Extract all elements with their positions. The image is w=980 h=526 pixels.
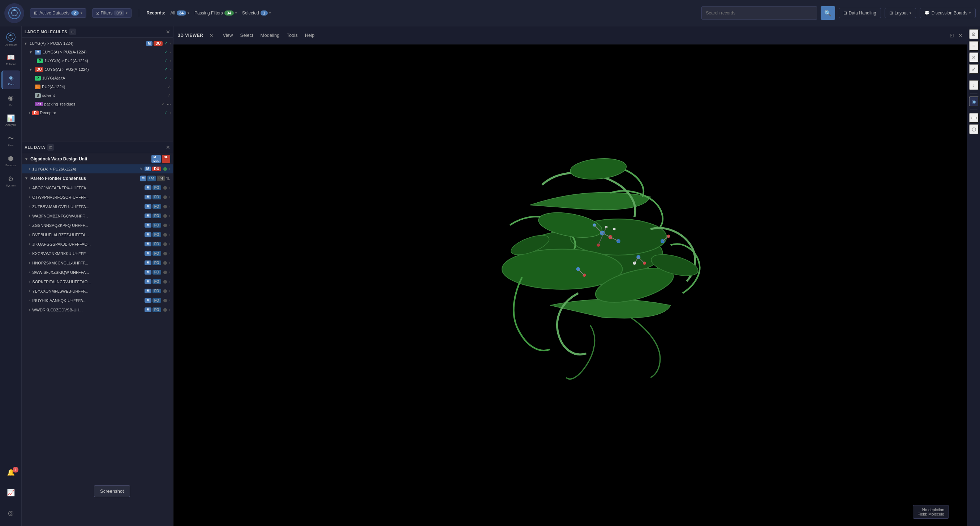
- group-header-pareto[interactable]: ▼ Pareto Frontier Consensus M FQ FQ ⇅: [22, 174, 173, 183]
- rt-measure-btn[interactable]: ⟷: [969, 113, 979, 123]
- rt-graph-btn[interactable]: ⬡: [969, 124, 979, 134]
- tree-row[interactable]: S solvent ✓: [22, 91, 173, 100]
- row-tags: M FO: [145, 242, 161, 246]
- data-row-pareto-6[interactable]: › DVEBHUFLALRZEZ-UHFFFA... M FO ›: [22, 230, 173, 240]
- row-chevron-icon: ›: [29, 261, 30, 265]
- sidebar-item-openeye[interactable]: OpenEye: [2, 30, 20, 49]
- records-section: Records: All 34 ▾ Passing Filters 34 ▾ S…: [146, 11, 270, 16]
- row-chevron-icon: ›: [29, 167, 30, 171]
- all-chevron-icon: ▾: [188, 11, 189, 15]
- large-molecules-close-btn[interactable]: ✕: [166, 29, 170, 35]
- tree-row[interactable]: L PU2(A-1224) ✓: [22, 83, 173, 91]
- viewer-nav-select[interactable]: Select: [240, 31, 253, 40]
- arrow-icon: ›: [170, 41, 171, 46]
- rt-expand-btn[interactable]: ⤢: [969, 64, 979, 74]
- tag-fo: FO: [153, 223, 161, 227]
- status-dot: [163, 289, 167, 293]
- separator: [139, 10, 139, 17]
- all-records-group: All 34 ▾: [170, 11, 189, 16]
- tag-pr: PR: [35, 102, 43, 106]
- group-header-gigadock[interactable]: ▼ Gigadock Warp Design Unit MMOL DU: [22, 154, 173, 164]
- search-input[interactable]: [702, 6, 817, 20]
- viewer-nav-tools[interactable]: Tools: [286, 31, 298, 40]
- right-toolbar: ⚙ ≡ ✕ ⤢ › ◉ ⟷ ⬡: [967, 26, 980, 526]
- tree-row[interactable]: ▼ DU 1UYG(A) > PU2(A-1224) ✓ ›: [22, 65, 173, 74]
- group-chevron-icon: ▼: [25, 176, 28, 180]
- rt-arrow-right-btn[interactable]: ›: [969, 80, 979, 90]
- sidebar-item-tutorial[interactable]: 📖 Tutorial: [2, 50, 20, 69]
- tree-chevron-icon: ▼: [29, 68, 32, 72]
- status-dot: [163, 186, 167, 190]
- group-chevron-icon: ▼: [25, 157, 28, 161]
- filter-icon[interactable]: ⇅: [166, 176, 170, 181]
- data-row-pareto-1[interactable]: › ABOCJMCTAFKFPX-UHFFFA... M FO ›: [22, 183, 173, 192]
- sidebar-item-notifications[interactable]: 🔔 4: [2, 463, 20, 482]
- sidebar-item-data[interactable]: ◈ Data: [2, 70, 20, 89]
- data-row-1uyg[interactable]: › 1UYG(A) > PU2(A-1224) ✎ M DU ›: [22, 164, 173, 174]
- table-icon: ⊟: [843, 11, 847, 16]
- data-label: Data: [8, 83, 14, 86]
- rt-close-btn[interactable]: ✕: [969, 52, 979, 62]
- rt-settings-btn[interactable]: ⚙: [969, 29, 979, 40]
- filters-button[interactable]: ⧖ Filters 0/0 ▾: [92, 8, 132, 18]
- tree-row[interactable]: P 1UYG(A) > PU2(A-1224) ✓ ›: [22, 56, 173, 65]
- expand-icon[interactable]: ⊡: [950, 32, 954, 38]
- data-row-pareto-13[interactable]: › IRUYHIKIAANHQK-UHFFFA... M FO ›: [22, 296, 173, 305]
- tree-row[interactable]: › R Receptor ✓ ›: [22, 108, 173, 117]
- row-chevron-icon: ›: [29, 195, 30, 199]
- tree-row[interactable]: PR packing_residues ✓ ···: [22, 100, 173, 108]
- tag-m: M: [145, 242, 151, 246]
- row-arrow-icon: ›: [169, 270, 170, 274]
- tree-row[interactable]: ▼ M 1UYG(A) > PU2(A-1224) ✓ ›: [22, 48, 173, 56]
- data-row-pareto-14[interactable]: › WWDRKLCDZCDVSB-UH... M FO ›: [22, 305, 173, 315]
- rt-palette-btn[interactable]: ◉: [969, 97, 979, 106]
- viewer-close-btn[interactable]: ✕: [209, 32, 213, 38]
- rt-layers-btn[interactable]: ≡: [969, 41, 979, 51]
- data-row-pareto-8[interactable]: › KXCBVWJNXMRKKU-UHFFF... M FO ›: [22, 249, 173, 258]
- data-row-pareto-5[interactable]: › ZGSNNNSPQZKPFQ-UHFFF... M FO ›: [22, 221, 173, 230]
- viewer-window-close-icon[interactable]: ✕: [958, 32, 963, 38]
- sidebar-item-3d[interactable]: ◉ 3D: [2, 91, 20, 110]
- system-icon: ⚙: [8, 175, 14, 183]
- sidebar-item-system[interactable]: ⚙ System: [2, 172, 20, 191]
- row-arrow-icon: ›: [169, 242, 170, 246]
- layout-button[interactable]: ⊞ Layout ▾: [885, 8, 916, 18]
- grid-icon: ⊞: [34, 11, 38, 16]
- data-handling-button[interactable]: ⊟ Data Handling: [839, 8, 881, 18]
- sidebar-item-analytics[interactable]: 📈: [2, 483, 20, 502]
- selected-group: Selected 1 ▾: [242, 11, 271, 16]
- more-options-icon[interactable]: ···: [167, 101, 171, 107]
- screenshot-tooltip[interactable]: Screenshot: [94, 485, 130, 497]
- row-tags: M FO: [145, 185, 161, 190]
- data-row-pareto-2[interactable]: › OTWVPNVJRFQSOR-UHFFF... M FO ›: [22, 192, 173, 202]
- large-molecules-expand-btn[interactable]: ⊡: [69, 29, 76, 35]
- data-row-pareto-11[interactable]: › SORKFPITALNCRV-UHFFFAO... M FO ›: [22, 277, 173, 286]
- data-row-pareto-7[interactable]: › JIKQAPGGSPAKJB-UHFFFAO... M FO ›: [22, 240, 173, 249]
- viewer-nav-help[interactable]: Help: [305, 31, 315, 40]
- data-row-pareto-4[interactable]: › WABFNCMBZNFGQW-UHFF... M FO ›: [22, 211, 173, 221]
- discussion-boards-button[interactable]: 💬 Discussion Boards ▾: [920, 8, 976, 18]
- all-data-expand-btn[interactable]: ⊡: [47, 144, 54, 151]
- status-dot: [163, 233, 167, 237]
- tree-row[interactable]: P 1UYG(A)altA ✓ ›: [22, 74, 173, 83]
- edit-icon[interactable]: ✎: [140, 167, 142, 171]
- search-button[interactable]: 🔍: [821, 6, 835, 20]
- tree-row[interactable]: ▼ 1UYG(A) > PU2(A-1224) M DU ✓ ›: [22, 39, 173, 48]
- tag-m: M: [140, 176, 147, 181]
- nav-sidebar: OpenEye 📖 Tutorial ◈ Data ◉ 3D 📊 Analyze…: [0, 26, 22, 526]
- sidebar-item-sources[interactable]: ⬢ Sources: [2, 151, 20, 170]
- all-data-close-btn[interactable]: ✕: [166, 145, 170, 150]
- data-row-pareto-12[interactable]: › YBYXXONMFLSWEB-UHFFF... M FO ›: [22, 286, 173, 296]
- sidebar-item-bottom[interactable]: ◎: [2, 504, 20, 523]
- sidebar-item-floe[interactable]: 〜 Floe: [2, 131, 20, 150]
- viewer-nav-modeling[interactable]: Modeling: [261, 31, 280, 40]
- sidebar-item-analyze[interactable]: 📊 Analyze: [2, 111, 20, 130]
- rt-divider: [970, 110, 977, 110]
- row-chevron-icon: ›: [29, 251, 30, 256]
- logo[interactable]: [4, 3, 24, 23]
- data-row-pareto-3[interactable]: › ZUTBBVJAMLGVFH-UHFFFA... M FO ›: [22, 202, 173, 211]
- viewer-nav-view[interactable]: View: [223, 31, 233, 40]
- data-row-pareto-10[interactable]: › SWWISFJXZSKIQW-UHFFFA... M FO ›: [22, 268, 173, 277]
- data-row-pareto-9[interactable]: › HNOPZSXMCCNGLL-UHFFF... M FO ›: [22, 258, 173, 268]
- active-datasets-button[interactable]: ⊞ Active Datasets 2 ▾: [30, 8, 86, 18]
